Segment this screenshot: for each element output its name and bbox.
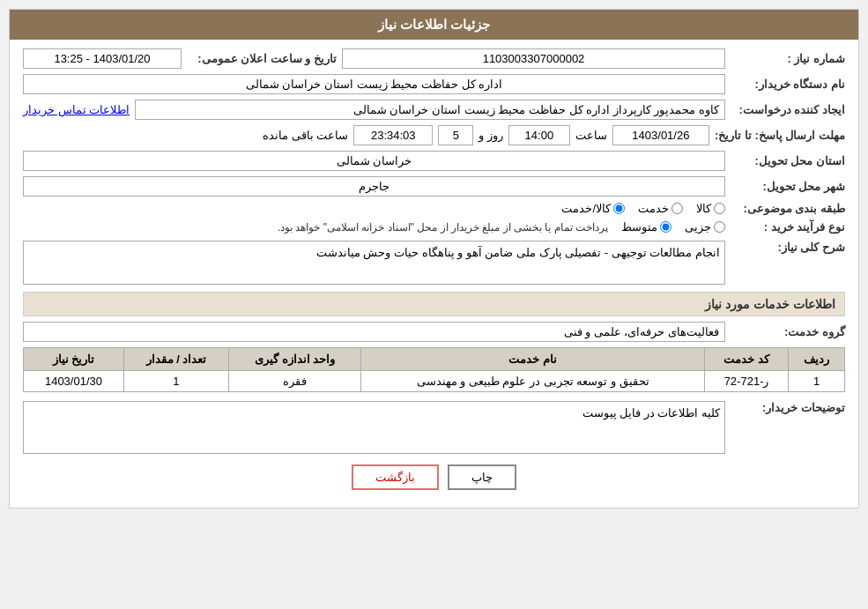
mohlet-date: 1403/01/26 [612,125,709,145]
services-section-header: اطلاعات خدمات مورد نیاز [23,292,845,316]
tabaqe-kala-khadamat-label: کالا/خدمت [561,202,611,215]
footer-buttons: چاپ بازگشت [23,464,845,499]
tabaqe-kala-radio[interactable] [714,203,725,214]
back-button[interactable]: بازگشت [352,464,439,490]
cell-tarikh: 1403/01/30 [24,371,124,392]
mohlet-time: 14:00 [508,125,570,145]
nam-dastgah-value: اداره کل حفاظت محیط زیست استان خراسان شم… [23,74,725,94]
col-tedad: تعداد / مقدار [123,348,228,371]
ettelaat-tamas-link[interactable]: اطلاعات تماس خریدار [23,103,130,116]
mohlet-remaining-label: ساعت باقی مانده [263,129,348,142]
tawsif-value: کلیه اطلاعات در فایل پیوست [23,401,725,454]
noue-jazzi-item: جزیی [685,220,725,234]
services-table: ردیف کد خدمت نام خدمت واحد اندازه گیری ت… [23,347,845,392]
col-kod: کد خدمت [704,348,788,371]
shomara-niaz-value: 1103003307000002 [342,48,725,69]
sharh-value: انجام مطالعات توجیهی - تفصیلی پارک ملی ض… [23,241,725,285]
cell-kod: ر-721-72 [704,371,788,392]
table-row: 1ر-721-72تحقیق و توسعه تجربی در علوم طبی… [24,371,845,392]
shahr-label: شهر محل تحویل: [731,180,845,193]
col-vahed: واحد اندازه گیری [229,348,361,371]
cell-radif: 1 [789,371,845,392]
tabaqe-label: طبقه بندی موضوعی: [731,202,845,215]
cell-nam: تحقیق و توسعه تجربی در علوم طبیعی و مهند… [361,371,705,392]
mohlet-roz: 5 [438,125,473,145]
noue-motavaset-item: متوسط [621,220,671,234]
tabaqe-khadamat-radio[interactable] [671,203,683,214]
page-title: جزئیات اطلاعات نیاز [10,10,858,40]
sharh-label: شرح کلی نیاز: [731,241,845,254]
ijad-konande-value: کاوه محمدپور کارپرداز اداره کل حفاظت محی… [135,100,725,120]
tabaqe-kala-label: کالا [696,202,711,215]
col-radif: ردیف [789,348,845,371]
tabaqe-khadamat-item: خدمت [638,202,683,215]
mohlet-label: مهلت ارسال پاسخ: تا تاریخ: [715,129,845,142]
noue-jazzi-label: جزیی [685,220,711,234]
ostan-value: خراسان شمالی [23,151,725,171]
tabaqe-kala-khadamat-radio[interactable] [613,203,625,214]
shahr-value: جاجرم [23,176,725,197]
ostan-label: استان محل تحویل: [731,154,845,167]
tabaqe-kala-khadamat-item: کالا/خدمت [561,202,625,215]
nam-dastgah-label: نام دستگاه خریدار: [731,78,845,91]
mohlet-time-label: ساعت [575,129,607,142]
tabaqe-khadamat-label: خدمت [638,202,669,215]
cell-vahed: فقره [229,371,361,392]
cell-tedad: 1 [123,371,228,392]
ijad-konande-label: ایجاد کننده درخواست: [731,103,845,116]
mohlet-roz-label: روز و [479,129,503,142]
tarikh-label: تاریخ و ساعت اعلان عمومی: [187,52,337,65]
tabaqe-kala-item: کالا [696,202,725,215]
mohlet-remaining: 23:34:03 [353,125,433,145]
noue-motavaset-radio[interactable] [660,221,671,233]
noue-jazzi-radio[interactable] [714,221,725,233]
noue-motavaset-label: متوسط [621,220,657,234]
shomara-niaz-label: شماره نیاز : [731,52,845,65]
col-nam: نام خدمت [361,348,705,371]
group-khadamat-value: فعالیت‌های حرفه‌ای، علمی و فنی [23,322,725,342]
group-khadamat-label: گروه خدمت: [731,325,845,338]
noue-note: پرداخت تمام یا بخشی از مبلغ خریدار از مح… [278,221,608,234]
col-tarikh: تاریخ نیاز [24,348,124,371]
noue-farayand-label: نوع فرآیند خرید : [731,220,845,234]
print-button[interactable]: چاپ [448,464,516,490]
tawsif-label: توضیحات خریدار: [731,401,845,414]
tarikh-value: 1403/01/20 - 13:25 [23,48,182,69]
